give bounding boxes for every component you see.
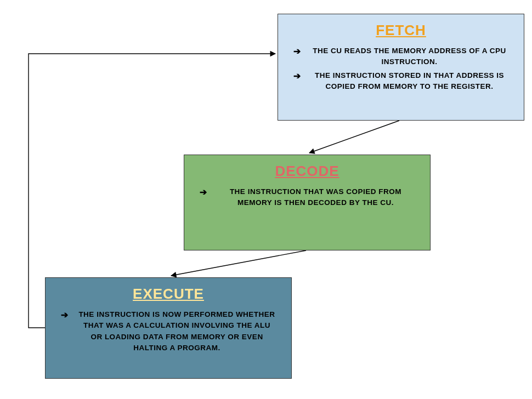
arrow-icon: ➔: [293, 45, 301, 58]
arrow-icon: ➔: [61, 309, 68, 321]
svg-line-0: [309, 121, 399, 153]
decode-bullet-1: ➔ The instruction that was copied from m…: [200, 186, 415, 209]
fetch-title: Fetch: [278, 22, 524, 39]
decode-box: Decode ➔ The instruction that was copied…: [184, 155, 431, 250]
decode-title: Decode: [184, 163, 430, 180]
fetch-bullet-1-text: The CU reads the memory address of a CPU…: [310, 45, 508, 68]
fetch-bullet-2: ➔ The instruction stored in that address…: [293, 70, 508, 93]
execute-title: Execute: [46, 286, 291, 303]
execute-bullet-1: ➔ The instruction is now performed wheth…: [61, 309, 276, 354]
execute-bullets: ➔ The instruction is now performed wheth…: [46, 309, 291, 362]
fetch-box: Fetch ➔ The CU reads the memory address …: [278, 14, 524, 121]
svg-line-1: [171, 250, 306, 276]
decode-bullet-1-text: The instruction that was copied from mem…: [217, 186, 415, 209]
fetch-bullet-2-text: The instruction stored in that address i…: [310, 70, 508, 93]
decode-bullets: ➔ The instruction that was copied from m…: [184, 186, 430, 218]
fetch-bullets: ➔ The CU reads the memory address of a C…: [278, 45, 524, 101]
execute-box: Execute ➔ The instruction is now perform…: [45, 277, 292, 379]
execute-bullet-1-text: The instruction is now performed whether…: [78, 309, 276, 354]
fetch-bullet-1: ➔ The CU reads the memory address of a C…: [293, 45, 508, 68]
arrow-icon: ➔: [293, 70, 301, 82]
arrow-icon: ➔: [200, 186, 207, 198]
